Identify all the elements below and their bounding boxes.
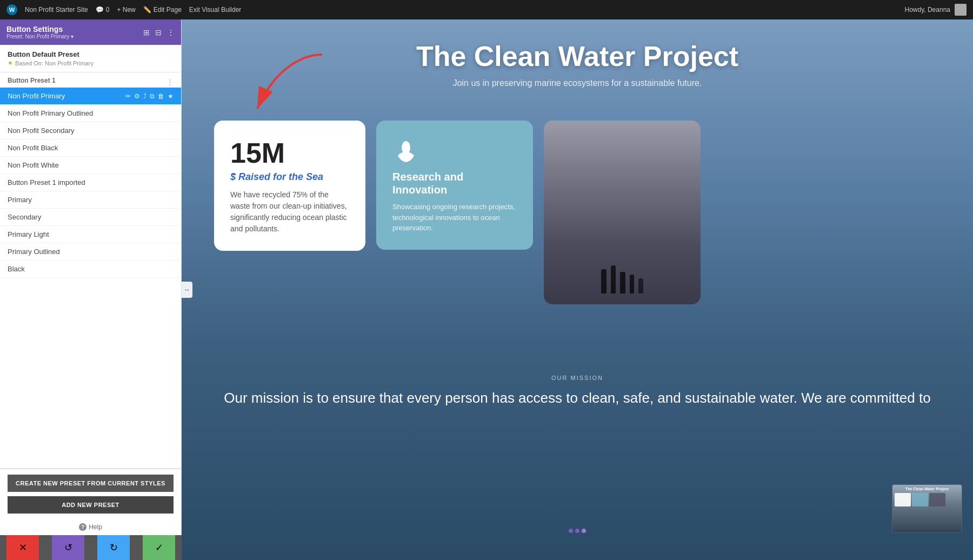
preset-group-header: Button Preset 1 ⋮ <box>0 72 181 88</box>
upload-preset-icon[interactable]: ⤴ <box>143 92 146 100</box>
mission-text: Our mission is to ensure that every pers… <box>214 388 941 409</box>
hero-title: The Clean Water Project <box>203 41 951 72</box>
preset-item-label: Primary Outlined <box>8 248 60 256</box>
preset-item-label: Non Profit White <box>8 161 59 169</box>
preset-item-actions: ✏ ⚙ ⤴ ⧉ 🗑 ★ <box>125 92 174 100</box>
user-avatar[interactable] <box>955 4 967 16</box>
ocean-background: ↔ The Clean Water Project Join us in pre… <box>182 19 973 560</box>
default-preset-sub: ★ Based On: Non Profit Primary <box>8 59 174 66</box>
add-preset-button[interactable]: ADD NEW PRESET <box>8 496 174 514</box>
preset-item-button-preset-imported[interactable]: Button Preset 1 imported <box>0 174 181 191</box>
card-research: Research and Innovation Showcasing ongoi… <box>376 121 533 250</box>
silhouette-1 <box>601 269 607 294</box>
preset-item-label: Non Profit Primary <box>8 92 65 100</box>
admin-bar: W Non Profit Starter Site 💬 0 + New ✏️ E… <box>0 0 973 19</box>
preset-item-label: Primary <box>8 196 32 204</box>
resize-handle[interactable]: ↔ <box>182 282 192 298</box>
site-name[interactable]: Non Profit Starter Site <box>25 6 88 14</box>
panel-header-icons: ⊞ ⊟ ⋮ <box>143 28 175 37</box>
exit-builder-label: Exit Visual Builder <box>189 6 242 14</box>
edit-preset-icon[interactable]: ✏ <box>125 92 131 100</box>
preset-item-primary-outlined[interactable]: Primary Outlined <box>0 243 181 261</box>
create-preset-button[interactable]: CREATE NEW PRESET FROM CURRENT STYLES <box>8 475 174 492</box>
help-icon: ? <box>79 523 86 531</box>
star-icon: ★ <box>8 59 13 66</box>
howdy-label: Howdy, Deanna <box>905 6 951 14</box>
water-icon <box>392 137 517 164</box>
thumb-card-2 <box>912 493 928 506</box>
star-preset-icon[interactable]: ★ <box>168 92 174 100</box>
cancel-button[interactable]: ✕ <box>6 535 39 560</box>
panel-icon-dots[interactable]: ⋮ <box>167 28 175 37</box>
panel-header: Button Settings Preset: Non Profit Prima… <box>0 19 181 45</box>
new-item-btn[interactable]: + New <box>117 6 135 14</box>
confirm-button[interactable]: ✓ <box>143 535 175 560</box>
duplicate-preset-icon[interactable]: ⧉ <box>150 92 155 100</box>
edit-page-btn[interactable]: ✏️ Edit Page <box>143 6 182 14</box>
thumbnail-preview: The Clean Water Project <box>892 484 962 533</box>
hero-section: The Clean Water Project Join us in prese… <box>182 19 973 115</box>
preset-item-label: Secondary <box>8 213 41 221</box>
panel-preset-subtitle[interactable]: Preset: Non Profit Primary ▾ <box>6 34 74 39</box>
silhouettes <box>601 265 643 294</box>
preset-item-label: Primary Light <box>8 230 49 238</box>
undo-button[interactable]: ↺ <box>52 535 84 560</box>
preset-item-primary-light[interactable]: Primary Light <box>0 226 181 243</box>
comment-count-label: 0 <box>106 6 110 14</box>
preset-label: Preset: Non Profit Primary ▾ <box>6 34 74 39</box>
preset-group-dots[interactable]: ⋮ <box>166 78 174 86</box>
default-preset-title: Button Default Preset <box>8 50 174 58</box>
panel-header-left: Button Settings Preset: Non Profit Prima… <box>6 25 74 39</box>
thumb-cards <box>895 493 959 506</box>
edit-page-label: Edit Page <box>154 6 182 14</box>
dot-1 <box>569 529 573 533</box>
preset-item-non-profit-black[interactable]: Non Profit Black <box>0 139 181 157</box>
mission-section: OUR MISSION Our mission is to ensure tha… <box>182 358 973 414</box>
silhouette-2 <box>611 265 616 294</box>
comment-count[interactable]: 💬 0 <box>96 6 110 14</box>
help-link[interactable]: ? Help <box>0 519 181 535</box>
preset-group-label: Button Preset 1 <box>8 77 56 84</box>
redo-button[interactable]: ↻ <box>97 535 130 560</box>
preset-item-non-profit-primary-outlined[interactable]: Non Profit Primary Outlined <box>0 105 181 122</box>
card-research-desc: Showcasing ongoing research projects, te… <box>392 202 517 234</box>
preset-item-secondary[interactable]: Secondary <box>0 209 181 226</box>
preset-item-non-profit-primary[interactable]: Non Profit Primary ✏ ⚙ ⤴ ⧉ 🗑 ★ <box>0 88 181 105</box>
preset-item-non-profit-white[interactable]: Non Profit White <box>0 157 181 174</box>
cancel-icon: ✕ <box>19 542 27 554</box>
panel-icon-columns[interactable]: ⊟ <box>155 28 162 37</box>
preset-item-label: Black <box>8 265 25 273</box>
wp-logo[interactable]: W <box>6 4 17 15</box>
left-panel: Button Settings Preset: Non Profit Prima… <box>0 19 182 560</box>
undo-icon: ↺ <box>64 542 72 554</box>
thumb-card-3 <box>929 493 945 506</box>
exit-builder-btn[interactable]: Exit Visual Builder <box>189 6 242 14</box>
admin-bar-right: Howdy, Deanna <box>905 4 967 16</box>
panel-title: Button Settings <box>6 25 74 34</box>
preset-item-label: Non Profit Black <box>8 144 58 152</box>
silhouette-dog <box>638 278 643 294</box>
default-preset-based-on: Based On: Non Profit Primary <box>15 60 94 66</box>
card-desc: We have recycled 75% of the waste from o… <box>230 189 349 235</box>
dot-3 <box>582 529 586 533</box>
preset-item-primary[interactable]: Primary <box>0 191 181 209</box>
confirm-icon: ✓ <box>155 542 163 554</box>
panel-icon-square[interactable]: ⊞ <box>143 28 150 37</box>
site-name-label: Non Profit Starter Site <box>25 6 88 14</box>
settings-preset-icon[interactable]: ⚙ <box>134 92 140 100</box>
wp-icon-label: W <box>9 6 15 13</box>
edit-icon: ✏️ <box>143 6 151 14</box>
card-research-title: Research and Innovation <box>392 170 517 196</box>
preset-list: Non Profit Primary ✏ ⚙ ⤴ ⧉ 🗑 ★ Non Profi… <box>0 88 181 468</box>
thumbnail-content: The Clean Water Project <box>892 485 962 532</box>
delete-preset-icon[interactable]: 🗑 <box>158 92 164 100</box>
card-number: 15M <box>230 137 349 169</box>
main-content: ↔ The Clean Water Project Join us in pre… <box>182 19 973 560</box>
preset-item-non-profit-secondary[interactable]: Non Profit Secondary <box>0 122 181 139</box>
preset-item-black[interactable]: Black <box>0 261 181 278</box>
hero-subtitle: Join us in preserving marine ecosystems … <box>203 78 951 88</box>
default-preset-section: Button Default Preset ★ Based On: Non Pr… <box>0 45 181 72</box>
card-raised: 15M $ Raised for the Sea We have recycle… <box>214 121 365 251</box>
cards-row: 15M $ Raised for the Sea We have recycle… <box>182 121 973 304</box>
mission-label: OUR MISSION <box>214 375 941 381</box>
